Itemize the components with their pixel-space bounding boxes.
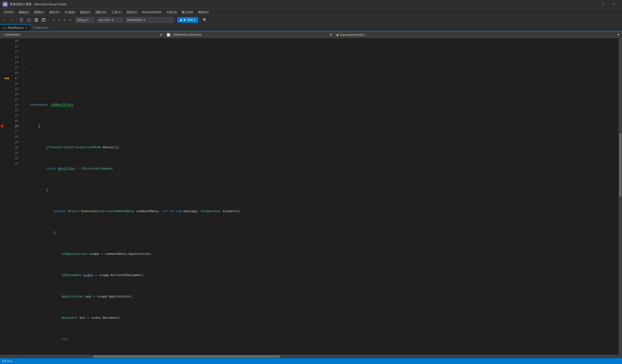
nav-scope-arrow: ▼: [160, 33, 163, 37]
bp-line11: [0, 44, 4, 49]
collapse-icon-23[interactable]: −: [24, 109, 26, 112]
indent-19: [30, 251, 62, 257]
gi-16: [4, 70, 10, 76]
nav-scope-dropdown[interactable]: □ 04RevitTest ▼: [0, 32, 165, 38]
menu-resharper[interactable]: RESHARPER: [139, 9, 164, 16]
bp-line26[interactable]: [0, 123, 4, 129]
tab-close-revittest[interactable]: ✕: [25, 26, 27, 30]
ln-15: 15: [10, 65, 20, 70]
fg-17[interactable]: −: [23, 76, 27, 81]
fg-16: [23, 70, 27, 76]
fg-31: [23, 150, 27, 155]
collapse-icon-15[interactable]: −: [24, 66, 26, 69]
menu-view[interactable]: 视图(V): [32, 9, 47, 16]
gi-11: [4, 44, 10, 49]
nav-bar: □ 04RevitTest ▼ ⬜ _04RevitTest.RevitTest…: [0, 32, 622, 38]
platform-label: Any CPU: [98, 19, 110, 22]
platform-dropdown[interactable]: Any CPU ▼: [97, 17, 123, 23]
scrollbar-thumb-v[interactable]: [619, 133, 622, 196]
toolbar: ← → ↩ ▼ ↪ ▼ Debug ▼ Any CPU ▼ 04RevitTes…: [0, 16, 622, 24]
nav-class-icon: ⬜: [167, 33, 170, 37]
bp-line21: [0, 97, 4, 102]
menu-team[interactable]: 团队(M): [93, 9, 109, 16]
toolbar-undo-arrow[interactable]: ▼: [58, 17, 60, 23]
nav-class-arrow: ▼: [329, 33, 332, 37]
toolbar-redo-arrow[interactable]: ▼: [69, 17, 72, 23]
collapse-icon-12[interactable]: −: [24, 50, 26, 53]
toolbar-save[interactable]: [33, 17, 39, 23]
ln-12: 12: [10, 49, 20, 54]
minimize-button[interactable]: −: [586, 0, 597, 9]
menu-help[interactable]: 帮助(H): [195, 9, 211, 16]
fg-25: [23, 118, 27, 123]
toolbar-redo[interactable]: ↪: [61, 17, 68, 23]
start-button[interactable]: ▶ ▶ 启动 ▾: [177, 17, 198, 23]
title-bar: 黑夜的骑士博客 - Microsoft Visual Studio − □ ✕: [0, 0, 622, 9]
project-dropdown[interactable]: 04RevitTest ▼: [125, 17, 174, 23]
ln-25: 25: [10, 118, 20, 123]
assign-19: = commandData.Application;: [99, 251, 152, 257]
collapse-icon-17[interactable]: −: [24, 77, 26, 80]
code-line-18: {: [29, 230, 619, 235]
menu-test[interactable]: 测试(S): [124, 9, 139, 16]
code-line-19: UIApplication uiapp = commandData.Applic…: [29, 251, 619, 257]
menu-edit[interactable]: 编辑(E): [16, 9, 32, 16]
close-button[interactable]: ✕: [608, 0, 620, 9]
ln-13: 13: [10, 54, 20, 59]
vs-logo: [2, 2, 8, 7]
bp-line25: [0, 118, 4, 123]
toolbar-saveall[interactable]: [40, 17, 47, 23]
menu-tools[interactable]: 工具(T): [109, 9, 124, 16]
code-line-22: Document doc = uidoc.Document;: [29, 315, 619, 321]
scrollbar-thumb-h[interactable]: [93, 355, 280, 358]
gi-13: [4, 54, 10, 59]
tab-label-revittest: RevitTest.cs: [8, 26, 23, 30]
menu-debug[interactable]: 调试(D): [78, 9, 93, 16]
fg-23[interactable]: −: [23, 108, 27, 113]
tab-revittest[interactable]: C# RevitTest.cs ✕: [0, 24, 30, 31]
ln-16: 16: [10, 70, 20, 76]
breakpoint-26[interactable]: [1, 125, 4, 128]
code-content[interactable]: namespace _04RevitTest { [Transaction(Tr…: [27, 38, 619, 355]
sp-class: [56, 166, 58, 172]
nav-method-dropdown[interactable]: ◆ Execute(ExternalC... ▼: [334, 32, 622, 38]
menu-window[interactable]: 窗口(W): [179, 9, 195, 16]
maximize-button[interactable]: □: [597, 0, 608, 9]
toolbar-search[interactable]: 🔍: [202, 17, 208, 23]
fg-12[interactable]: −: [23, 49, 27, 54]
bp-line32: [0, 155, 4, 161]
config-label: Debug: [77, 19, 86, 22]
toolbar-sep4: [175, 18, 176, 22]
ident-uiapp: uiapp: [89, 251, 99, 257]
menu-project[interactable]: 项目(P): [47, 9, 62, 16]
nav-class-dropdown[interactable]: ⬜ _04RevitTest.RevitTest ▼: [165, 32, 334, 38]
status-zoom[interactable]: 114 % ▾: [2, 360, 12, 363]
ln-29: 29: [10, 139, 20, 145]
code-line-11: [29, 81, 619, 86]
toolbar-back[interactable]: ←: [1, 17, 8, 23]
toolbar-openfile[interactable]: [26, 17, 32, 23]
toolbar-newfile[interactable]: [19, 17, 25, 23]
fg-15[interactable]: −: [23, 65, 27, 70]
start-label: ▶ 启动 ▾: [183, 18, 195, 22]
menu-build[interactable]: 生成(B): [62, 9, 78, 16]
toolbar-undo[interactable]: ↩: [50, 17, 57, 23]
menu-file[interactable]: 文件(F): [1, 9, 16, 16]
toolbar-forward[interactable]: →: [9, 17, 15, 23]
gi-21: [4, 97, 10, 102]
project-arrow: ▼: [143, 19, 146, 21]
menu-analyze[interactable]: 分析(N): [164, 9, 179, 16]
gi-19: [4, 86, 10, 92]
vertical-scrollbar[interactable]: [619, 38, 622, 355]
horizontal-scrollbar[interactable]: [0, 355, 622, 358]
type-application: Application: [62, 294, 83, 299]
code-line-21: Application app = uiapp.Application;: [29, 294, 619, 299]
fg-19: [23, 86, 27, 92]
window-title: 黑夜的骑士博客 - Microsoft Visual Studio: [10, 2, 67, 6]
fg-22: [23, 102, 27, 108]
config-dropdown[interactable]: Debug ▼: [75, 17, 95, 23]
fg-33: [23, 161, 27, 166]
ln-19: 19: [10, 86, 20, 92]
tab-program[interactable]: Program.cs: [30, 24, 51, 31]
bp-line31: [0, 150, 4, 155]
